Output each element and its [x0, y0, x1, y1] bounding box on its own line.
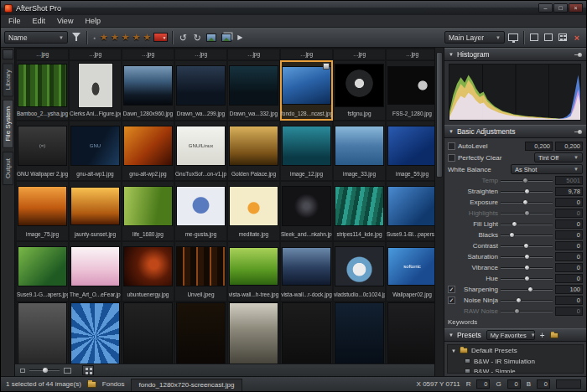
perfectly-clear-checkbox[interactable] [448, 154, 455, 162]
thumbnail-cell[interactable]: image_75.jpg [17, 182, 68, 240]
blacks-value[interactable]: 0 [555, 230, 583, 240]
white-balance-combo[interactable]: As Shot ▼ [511, 164, 583, 174]
menu-file[interactable]: File [3, 16, 27, 26]
minimize-button[interactable]: – [538, 3, 553, 13]
perfectly-clear-combo[interactable]: Tint Off ▼ [534, 152, 583, 162]
thumbnail-cell[interactable]: …jpg [17, 49, 68, 59]
thumbnail-cell[interactable]: jaunty-sunset.jpg [70, 182, 121, 240]
contrast-slider-knob[interactable] [523, 243, 529, 249]
contrast-slider[interactable] [501, 242, 553, 250]
sort-direction-icon[interactable] [70, 31, 82, 44]
thumbnail-cell[interactable] [70, 302, 121, 364]
exposure-slider[interactable] [501, 199, 553, 206]
star-icon[interactable]: ★ [100, 32, 108, 43]
thumbnail-cell[interactable]: image_12.jpg [281, 121, 332, 180]
thumbnail-cell[interactable]: softonicWallpaper02.jpg [387, 242, 434, 301]
fill-light-value[interactable]: 0 [555, 219, 583, 229]
star-icon[interactable]: ★ [122, 32, 130, 43]
preset-item[interactable]: B&W - Simple [448, 366, 583, 374]
vibrance-slider[interactable] [501, 264, 553, 271]
autolevel-low-value[interactable]: 0,200 [525, 142, 553, 151]
raw-noise-slider[interactable] [501, 307, 553, 315]
thumbnail-cell[interactable]: Unveil.jpeg [175, 242, 226, 301]
thumbnail-cell[interactable]: GNU/LinuxGnuTuxSof...on-v1.jpg [175, 121, 226, 180]
thumbnail-cell[interactable]: image_59.jpg [387, 121, 434, 180]
vibrance-slider-knob[interactable] [524, 265, 530, 271]
fill-light-slider-knob[interactable] [512, 221, 517, 227]
sharpening-checkbox[interactable]: ✓ [448, 286, 455, 293]
basic-adjustments-header[interactable]: ▼ Basic Adjustments [444, 125, 586, 138]
blacks-slider[interactable] [501, 231, 553, 239]
thumbnail-cell[interactable]: …jpg [175, 49, 226, 59]
exposure-value[interactable]: 0 [555, 198, 583, 207]
scrollbar-thumb[interactable] [436, 52, 443, 178]
thumbnail-cell[interactable]: vista-wall...r-dock.jpg [281, 242, 332, 301]
close-button[interactable]: × [569, 3, 583, 13]
sort-field-combo[interactable]: Name ▼ [4, 31, 68, 44]
collapse-triangle-icon[interactable]: ▼ [449, 52, 454, 57]
fill-light-slider[interactable] [501, 220, 553, 228]
saturation-value[interactable]: 0 [555, 252, 583, 261]
image-stack-icon[interactable] [220, 31, 231, 44]
view-grid-icon[interactable] [557, 31, 569, 44]
thumbnail-cell[interactable]: vista-wall...h-tree.jpg [228, 242, 279, 301]
grid-scrollbar[interactable] [434, 48, 444, 376]
titlebar[interactable]: AfterShot Pro – □ × [1, 1, 586, 15]
no-rating-icon[interactable]: ● [91, 35, 97, 40]
pin-icon[interactable] [574, 51, 582, 59]
grid-view-button[interactable] [82, 365, 94, 375]
current-file-tab[interactable]: fondo_1280x720-screencast.jpg [131, 379, 243, 391]
thumbnail-cell[interactable] [387, 302, 434, 364]
thumbnail-cell[interactable]: …jpg [387, 49, 434, 59]
thumbnail-cell[interactable]: …jpg [281, 49, 332, 59]
current-folder[interactable]: Fondos [102, 380, 125, 388]
thumbnail-cell[interactable]: …jpg [122, 49, 174, 59]
hue-slider-knob[interactable] [524, 276, 530, 281]
rotate-right-icon[interactable]: ↻ [191, 31, 203, 44]
view-split-icon[interactable] [543, 31, 554, 44]
autolevel-checkbox[interactable] [448, 142, 455, 150]
layer-combo[interactable]: Main Layer ▼ [444, 31, 505, 44]
thumbnail-cell[interactable]: Bamboo_2...ysha.jpg [17, 61, 68, 120]
noise-ninja-checkbox[interactable]: ✓ [448, 297, 455, 304]
tab-file-system[interactable]: File System [3, 100, 13, 148]
thumbnail-cell[interactable]: ubuntuenergy.jpg [122, 242, 174, 301]
highlights-slider[interactable] [501, 209, 553, 217]
presets-favorites-combo[interactable]: My Favorites ▼ [486, 330, 535, 340]
delete-icon[interactable]: × [571, 31, 583, 44]
thumbnail-cell[interactable]: …jpg [70, 49, 121, 59]
hue-slider[interactable] [501, 275, 553, 282]
thumbnail-cell[interactable]: gnu-alt-wp2.jpg [122, 121, 174, 180]
thumbnail-cell[interactable]: (=)GNU Wallpaper 2.jpg [17, 121, 68, 180]
expand-triangle-icon[interactable]: ▼ [451, 348, 456, 353]
thumbnail-cell[interactable]: fsfgnu.jpg [334, 61, 385, 120]
straighten-value[interactable]: 9,78 [555, 187, 583, 196]
monitor-icon[interactable] [507, 31, 519, 44]
hue-value[interactable]: 0 [555, 274, 583, 283]
thumbnail-cell[interactable]: FSS-2_1280.jpg [387, 61, 434, 120]
thumbnail-cell[interactable]: meditate.jpg [228, 182, 279, 240]
raw-noise-value[interactable]: 0 [555, 307, 583, 316]
color-label-swatch[interactable]: ▼ [153, 33, 168, 42]
thumbnail-cell[interactable]: Clerks Ani...Figure.jpg [70, 61, 121, 120]
thumbnail-cell[interactable]: me-gusta.jpg [175, 182, 226, 240]
add-preset-icon[interactable]: + [538, 331, 547, 340]
star-icon[interactable]: ★ [143, 32, 152, 43]
exposure-slider-knob[interactable] [522, 199, 528, 205]
thumbnail-cell[interactable] [175, 302, 226, 364]
thumbnail-size-slider[interactable] [29, 367, 60, 374]
thumbnail-cell[interactable]: Suse9.1-G...apers.jpg [17, 242, 68, 301]
contrast-value[interactable]: 0 [555, 241, 583, 250]
thumbnail-cell[interactable] [17, 302, 68, 364]
thumbnail-cell[interactable]: Drawn_wa...299.jpg [175, 61, 226, 120]
preset-folder-row[interactable]: ▼ Default Presets [448, 345, 583, 356]
maximize-button[interactable]: □ [553, 3, 568, 13]
thumbnail-cell[interactable]: Sleek_and...nkahn.jpg [281, 182, 332, 240]
straighten-slider-knob[interactable] [524, 188, 530, 194]
blacks-slider-knob[interactable] [509, 232, 515, 238]
menu-view[interactable]: View [51, 16, 79, 26]
highlights-value[interactable]: 0 [555, 209, 583, 218]
thumbnail-cell[interactable]: …jpg [228, 49, 279, 59]
temp-value[interactable]: 5001 [555, 176, 583, 185]
thumbnail-cell[interactable]: image_33.jpg [334, 121, 385, 180]
